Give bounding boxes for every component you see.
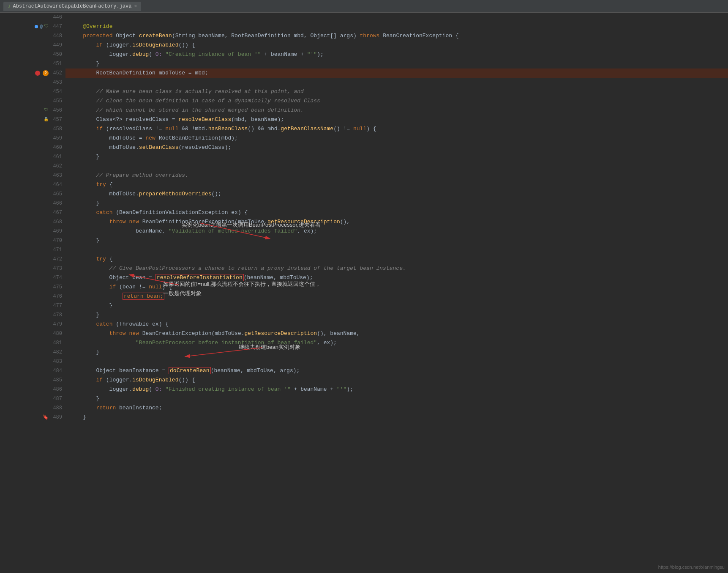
code-line-479: 479 catch (Throwable ex) { bbox=[0, 320, 728, 329]
line-number: 463 bbox=[50, 171, 62, 180]
code-text-450: logger.debug( O: "Creating instance of b… bbox=[65, 50, 728, 59]
code-line-473: 473 // Give BeanPostProcessors a chance … bbox=[0, 264, 728, 273]
code-line-463: 463 // Prepare method overrides. bbox=[0, 171, 728, 180]
line-number: 447 bbox=[50, 22, 62, 31]
code-line-489: 🔖489 } bbox=[0, 413, 728, 422]
callout-beanpostprocessor: 实例化bean之前第一次调用BeanPostProcessor,进去看看 bbox=[182, 221, 321, 229]
code-line-447: @🛡447 @Override bbox=[0, 22, 728, 31]
code-text-483 bbox=[65, 357, 728, 366]
line-number: 486 bbox=[50, 385, 62, 394]
line-number: 471 bbox=[50, 245, 62, 255]
line-gutter-460: 460 bbox=[0, 143, 65, 152]
code-line-454: 454 // Make sure bean class is actually … bbox=[0, 87, 728, 96]
line-gutter-451: 451 bbox=[0, 59, 65, 69]
code-content[interactable]: 446@🛡447 @Override448 protected Object c… bbox=[0, 13, 728, 573]
code-text-488: return beanInstance; bbox=[65, 403, 728, 413]
code-line-487: 487 } bbox=[0, 394, 728, 403]
line-gutter-473: 473 bbox=[0, 264, 65, 273]
line-gutter-475: 475 bbox=[0, 282, 65, 292]
code-line-483: 483 bbox=[0, 357, 728, 366]
line-gutter-476: 476 bbox=[0, 292, 65, 301]
line-number: 451 bbox=[50, 59, 62, 69]
code-line-484: 484 Object beanInstance = doCreateBean(b… bbox=[0, 366, 728, 376]
code-line-480: 480 throw new BeanCreationException(mbdT… bbox=[0, 329, 728, 338]
code-text-489: } bbox=[65, 413, 728, 422]
code-line-475: 475 if (bean != null) { bbox=[0, 282, 728, 292]
line-number: 452 bbox=[50, 69, 62, 78]
line-number: 457 bbox=[50, 115, 62, 124]
line-gutter-478: 478 bbox=[0, 310, 65, 320]
code-text-486: logger.debug( O: "Finished creating inst… bbox=[65, 385, 728, 394]
code-text-458: if (resolvedClass != null && !mbd.hasBea… bbox=[65, 124, 728, 134]
line-gutter-457: 🔒457 bbox=[0, 115, 65, 124]
code-line-482: 482 } bbox=[0, 348, 728, 357]
line-number: 459 bbox=[50, 134, 62, 143]
code-line-477: 477 } bbox=[0, 301, 728, 310]
line-number: 450 bbox=[50, 50, 62, 59]
code-text-472: try { bbox=[65, 255, 728, 264]
callout-return-null: 如果返回的值!=null,那么流程不会往下执行，直接就返回这个值， bbox=[163, 280, 321, 288]
line-gutter-474: 474 bbox=[0, 273, 65, 282]
code-line-457: 🔒457 Class<?> resolvedClass = resolveBea… bbox=[0, 115, 728, 124]
line-number: 487 bbox=[50, 394, 62, 403]
line-gutter-481: 481 bbox=[0, 338, 65, 348]
code-text-469: beanName, "Validation of method override… bbox=[65, 227, 728, 236]
code-line-472: 472 try { bbox=[0, 255, 728, 264]
line-gutter-479: 479 bbox=[0, 320, 65, 329]
close-icon[interactable]: × bbox=[134, 4, 137, 9]
line-gutter-455: 455 bbox=[0, 96, 65, 106]
line-number: 465 bbox=[50, 189, 62, 199]
line-gutter-453: 453 bbox=[0, 78, 65, 87]
code-line-466: 466 } bbox=[0, 199, 728, 208]
breakpoint-icon[interactable] bbox=[35, 71, 40, 76]
code-text-461: } bbox=[65, 152, 728, 162]
code-line-453: 453 bbox=[0, 78, 728, 87]
code-text-449: if (logger.isDebugEnabled()) { bbox=[65, 41, 728, 50]
line-number: 482 bbox=[50, 348, 62, 357]
code-line-458: 458 if (resolvedClass != null && !mbd.ha… bbox=[0, 124, 728, 134]
code-text-485: if (logger.isDebugEnabled()) { bbox=[65, 376, 728, 385]
code-line-478: 478 } bbox=[0, 310, 728, 320]
line-number: 481 bbox=[50, 338, 62, 348]
line-number: 479 bbox=[50, 320, 62, 329]
code-text-478: } bbox=[65, 310, 728, 320]
code-line-460: 460 mbdToUse.setBeanClass(resolvedClass)… bbox=[0, 143, 728, 152]
bookmark-icon: 🔖 bbox=[43, 413, 49, 422]
line-number: 468 bbox=[50, 217, 62, 227]
line-number: 466 bbox=[50, 199, 62, 208]
code-line-450: 450 logger.debug( O: "Creating instance … bbox=[0, 50, 728, 59]
line-gutter-447: @🛡447 bbox=[0, 22, 65, 31]
code-line-476: 476 return bean; bbox=[0, 292, 728, 301]
code-line-488: 488 return beanInstance; bbox=[0, 403, 728, 413]
code-text-457: Class<?> resolvedClass = resolveBeanClas… bbox=[65, 115, 728, 124]
file-tab[interactable]: J AbstractAutowireCapableBeanFactory.jav… bbox=[3, 2, 141, 11]
code-text-466: } bbox=[65, 199, 728, 208]
code-line-467: 467 catch (BeanDefinitionValidationExcep… bbox=[0, 208, 728, 217]
code-text-477: } bbox=[65, 301, 728, 310]
line-number: 470 bbox=[50, 236, 62, 245]
line-gutter-461: 461 bbox=[0, 152, 65, 162]
line-number: 489 bbox=[50, 413, 62, 422]
debug-dot-icon[interactable] bbox=[35, 25, 38, 28]
code-text-447: @Override bbox=[65, 22, 728, 31]
line-number: 483 bbox=[50, 357, 62, 366]
line-number: 488 bbox=[50, 403, 62, 413]
code-line-485: 485 if (logger.isDebugEnabled()) { bbox=[0, 376, 728, 385]
line-number: 480 bbox=[50, 329, 62, 338]
code-line-462: 462 bbox=[0, 162, 728, 171]
line-gutter-466: 466 bbox=[0, 199, 65, 208]
line-gutter-463: 463 bbox=[0, 171, 65, 180]
line-gutter-459: 459 bbox=[0, 134, 65, 143]
line-gutter-456: 🛡456 bbox=[0, 106, 65, 115]
code-line-451: 451 } bbox=[0, 59, 728, 69]
code-text-487: } bbox=[65, 394, 728, 403]
line-gutter-477: 477 bbox=[0, 301, 65, 310]
line-number: 476 bbox=[50, 292, 62, 301]
line-gutter-486: 486 bbox=[0, 385, 65, 394]
code-line-464: 464 try { bbox=[0, 180, 728, 189]
line-number: 448 bbox=[50, 31, 62, 41]
line-number: 484 bbox=[50, 366, 62, 376]
line-gutter-452: ?452 bbox=[0, 69, 65, 78]
line-number: 449 bbox=[50, 41, 62, 50]
line-number: 477 bbox=[50, 301, 62, 310]
